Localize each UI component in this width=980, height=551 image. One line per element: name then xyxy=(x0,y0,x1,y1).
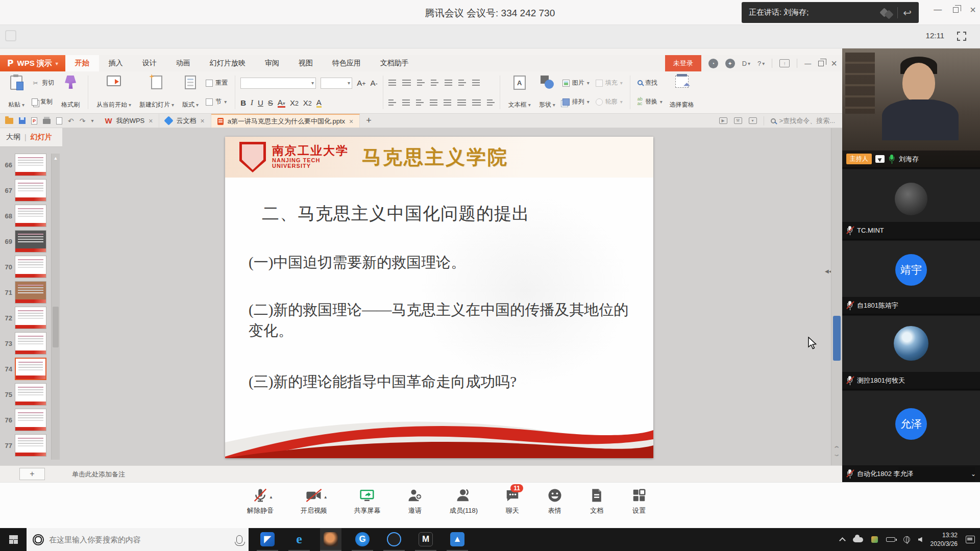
cloud-tray-icon[interactable] xyxy=(853,537,863,542)
slide-thumbnail-72[interactable]: 72 xyxy=(0,307,51,329)
save-icon[interactable] xyxy=(19,117,26,124)
export-pdf-icon[interactable] xyxy=(31,117,37,124)
undo-icon[interactable]: ↶ xyxy=(68,117,74,125)
close-tab-icon[interactable]: × xyxy=(200,117,204,125)
slide-thumbnail-66[interactable]: 66 xyxy=(0,154,51,176)
text-direction-icon[interactable] xyxy=(445,80,452,86)
doc-tab-presentation[interactable]: a第一讲马克思主义为什么要中国化.pptx × xyxy=(211,114,360,128)
slide-74[interactable]: 南京工业大学 NANJING TECH UNIVERSITY 马克思主义学院 二… xyxy=(225,137,653,458)
reply-arrow-icon[interactable]: ↩ xyxy=(903,7,912,19)
selection-pane-button[interactable]: 选择窗格 xyxy=(667,73,697,111)
mic-options-caret[interactable]: ▲ xyxy=(269,495,273,499)
panel-scrollbar-thumb[interactable] xyxy=(53,307,59,347)
tab-review[interactable]: 审阅 xyxy=(255,55,289,71)
redo-icon[interactable]: ↷ xyxy=(80,117,86,125)
align-center-icon[interactable] xyxy=(402,99,410,106)
cut-button[interactable]: ✂剪切 xyxy=(30,78,56,88)
emoji-button[interactable]: 表情 xyxy=(544,487,566,516)
network-icon[interactable] xyxy=(903,536,910,543)
font-color-button[interactable]: A▾ xyxy=(278,98,285,108)
section-button[interactable]: 节▾ xyxy=(204,96,230,107)
superscript-button[interactable]: X2 xyxy=(290,98,299,107)
text-indent-icon[interactable] xyxy=(487,99,495,106)
search-mic-icon[interactable] xyxy=(236,535,242,544)
tools-icon[interactable]: ⚒ xyxy=(734,117,742,124)
tab-insert[interactable]: 插入 xyxy=(99,55,133,71)
distribute-icon[interactable] xyxy=(444,99,451,106)
restore-button[interactable] xyxy=(953,7,959,13)
picture-button[interactable]: 图片▾ xyxy=(560,78,592,88)
close-tab-icon[interactable]: × xyxy=(149,117,153,125)
bold-button[interactable]: B xyxy=(240,98,246,107)
paragraph-spacing-icon[interactable] xyxy=(472,99,481,106)
participant-tile-4[interactable]: 测控1801何牧天 xyxy=(842,316,980,390)
justify-icon[interactable] xyxy=(430,99,437,106)
add-slide-button[interactable]: + xyxy=(19,468,45,480)
taskbar-app-icon-1[interactable]: ◤ xyxy=(257,528,278,551)
close-tab-icon[interactable]: × xyxy=(349,117,353,126)
unmute-button[interactable]: ▲ 解除静音 xyxy=(244,487,277,516)
replace-button[interactable]: abac替换▾ xyxy=(635,96,665,107)
participant-tile-5[interactable]: 允泽 自动化1802 李允泽 ⌄ xyxy=(842,391,980,482)
slide-thumbnail-74-selected[interactable]: 74 xyxy=(0,358,51,380)
settings-button[interactable]: 设置 xyxy=(628,487,650,516)
slide-thumbnail-75[interactable]: 75 xyxy=(0,383,51,406)
underline-button[interactable]: U xyxy=(258,98,263,107)
doc-tab-cloud-docs[interactable]: 云文档 × xyxy=(159,114,211,128)
tab-animation[interactable]: 动画 xyxy=(166,55,200,71)
start-video-button[interactable]: ▲ 开启视频 xyxy=(298,487,330,516)
help-menu-icon[interactable]: ?▾ xyxy=(757,60,765,67)
slide-thumbnail-69[interactable]: 69 xyxy=(0,230,51,253)
grow-font-button[interactable]: A+ xyxy=(357,79,365,87)
slide-scrollbar-thumb[interactable] xyxy=(833,316,841,361)
slide-thumbnail-77[interactable]: 77 xyxy=(0,434,51,457)
decrease-indent-icon[interactable] xyxy=(417,80,425,86)
align-left-icon[interactable] xyxy=(388,99,396,106)
tab-view[interactable]: 视图 xyxy=(289,55,323,71)
shapes-button[interactable]: 形状▾ xyxy=(536,73,558,111)
notes-placeholder[interactable]: 单击此处添加备注 xyxy=(72,470,125,479)
slide-thumbnail-67[interactable]: 67 xyxy=(0,179,51,202)
doc-tab-my-wps[interactable]: W 我的WPS × xyxy=(99,114,160,128)
find-button[interactable]: 查找 xyxy=(635,78,665,88)
battery-icon[interactable] xyxy=(886,537,895,542)
next-slide-button[interactable]: ︾ xyxy=(833,454,841,462)
strikethrough-button[interactable]: S xyxy=(268,98,273,107)
copy-button[interactable]: 复制 xyxy=(30,96,56,107)
format-painter-button[interactable]: 格式刷 xyxy=(58,73,83,111)
chat-button[interactable]: 11 聊天 xyxy=(502,487,523,516)
taskbar-search-input[interactable] xyxy=(49,535,217,544)
slide-thumbnail-76[interactable]: 76 xyxy=(0,409,51,431)
layout-button[interactable]: 版式▾ xyxy=(179,73,202,111)
line-spacing-icon[interactable] xyxy=(457,99,466,106)
italic-button[interactable]: I xyxy=(251,98,253,107)
font-family-combo[interactable]: ▾ xyxy=(240,78,316,89)
camera-options-caret[interactable]: ▲ xyxy=(324,495,328,499)
font-size-combo[interactable]: ▾ xyxy=(321,78,352,89)
action-center-icon[interactable] xyxy=(966,536,975,543)
taskbar-app-icon-4[interactable]: G xyxy=(352,528,373,551)
open-file-icon[interactable] xyxy=(5,118,13,124)
slide-thumbnail-70[interactable]: 70 xyxy=(0,256,51,278)
wps-close-button[interactable]: × xyxy=(831,60,837,67)
highlight-button[interactable]: A xyxy=(316,98,322,108)
previous-slide-button[interactable]: ︽ xyxy=(833,444,841,452)
taskbar-app-icon-5[interactable] xyxy=(383,528,405,551)
start-button[interactable] xyxy=(0,528,27,551)
taskbar-app-icon-7[interactable]: ▲ xyxy=(447,528,468,551)
app-tray-icon[interactable] xyxy=(871,536,878,543)
play-from-current-button[interactable]: 从当前开始▾ xyxy=(93,73,134,111)
tab-doc-assistant[interactable]: 文档助手 xyxy=(371,55,419,71)
invite-button[interactable]: 邀请 xyxy=(404,487,426,516)
quick-access-caret[interactable]: ▾ xyxy=(91,118,93,123)
text-tools-icon[interactable] xyxy=(472,80,480,86)
wps-restore-button[interactable] xyxy=(818,61,824,66)
cortana-icon[interactable] xyxy=(33,534,44,545)
columns-icon[interactable] xyxy=(458,80,466,86)
docer-menu-icon[interactable]: D▾ xyxy=(742,60,750,67)
fullscreen-icon[interactable] xyxy=(957,31,967,43)
participant-tile-3[interactable]: 靖宇 自1801陈靖宇 xyxy=(842,241,980,315)
command-search[interactable]: >查找命令、搜索... xyxy=(771,116,835,126)
new-slide-button[interactable]: 新建幻灯片▾ xyxy=(136,73,177,111)
tab-slideshow[interactable]: 幻灯片放映 xyxy=(200,55,255,71)
